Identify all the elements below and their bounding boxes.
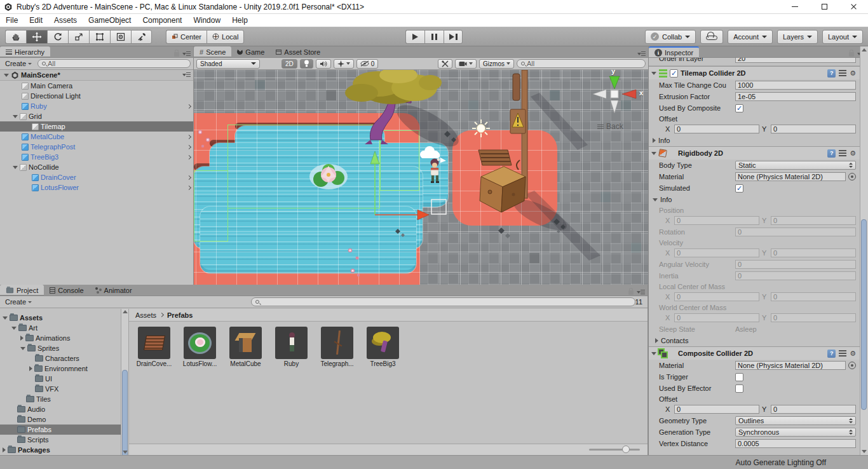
cc-offset-y-field[interactable]: 0 (771, 405, 856, 414)
tilemap-collider-header[interactable]: ✓ Tilemap Collider 2D ?⚙ (649, 66, 860, 79)
preset-icon[interactable] (839, 350, 846, 357)
component-enabled-checkbox[interactable]: ✓ (670, 69, 678, 78)
2d-toggle-button[interactable]: 2D (281, 59, 297, 69)
collab-button[interactable]: ✓Collab (645, 30, 696, 44)
body-type-dropdown[interactable]: Static (735, 161, 856, 170)
folder-scripts[interactable]: Scripts (0, 435, 121, 445)
account-button[interactable]: Account (728, 30, 773, 44)
scene-menu-icon[interactable] (182, 72, 191, 78)
gizmos-dropdown[interactable]: Gizmos (479, 59, 514, 69)
menu-file[interactable]: File (0, 14, 24, 27)
cc-material-field[interactable]: None (Physics Material 2D) (735, 361, 846, 370)
tab-inspector[interactable]: i Inspector (649, 46, 699, 57)
hierarchy-item-metalcube[interactable]: MetalCube (0, 132, 193, 142)
scene-header-row[interactable]: MainScene* (0, 70, 193, 81)
asset-treebig3[interactable]: TreeBig3 (367, 327, 399, 367)
scroll-up-icon[interactable] (862, 48, 867, 51)
folder-characters[interactable]: Characters (0, 353, 121, 364)
prefab-open-chevron[interactable] (187, 104, 191, 108)
folder-audio[interactable]: Audio (0, 404, 121, 414)
gear-icon[interactable]: ⚙ (850, 149, 856, 158)
hierarchy-search[interactable] (37, 59, 191, 68)
lighting-toggle-button[interactable] (300, 59, 313, 69)
asset-metalcube[interactable]: MetalCube (229, 327, 262, 367)
help-icon[interactable]: ? (827, 149, 836, 158)
offset-x-field[interactable]: 0 (674, 125, 759, 133)
foldout-closed-icon[interactable] (3, 447, 6, 452)
shading-mode-dropdown[interactable]: Shaded (196, 59, 260, 69)
foldout-open-icon[interactable] (13, 166, 18, 169)
tab-project[interactable]: Project (0, 285, 44, 296)
maximize-button[interactable] (810, 0, 839, 13)
play-button[interactable] (405, 30, 424, 44)
transform-tool-button[interactable] (110, 30, 131, 44)
axis-orientation-gizmo[interactable] (593, 76, 636, 113)
move-tool-button[interactable] (26, 30, 47, 44)
pane-menu-icon[interactable] (182, 51, 191, 57)
inspector-scrollbar[interactable] (860, 46, 868, 455)
foldout-open-icon[interactable] (4, 74, 9, 77)
used-by-composite-checkbox[interactable]: ✓ (735, 104, 743, 112)
hierarchy-item-ruby[interactable]: Ruby (0, 101, 193, 111)
folder-prefabs[interactable]: Prefabs (0, 425, 121, 435)
asset-telegraphpost[interactable]: Telegraph... (321, 327, 353, 367)
menu-assets[interactable]: Assets (48, 14, 83, 27)
lock-icon[interactable] (628, 290, 634, 295)
scrollbar-thumb[interactable] (861, 219, 867, 410)
cloud-button[interactable] (700, 30, 723, 44)
tab-asset-store[interactable]: Asset Store (270, 46, 326, 57)
scroll-down-icon[interactable] (123, 451, 128, 454)
simulated-checkbox[interactable]: ✓ (735, 184, 743, 193)
scale-tool-button[interactable] (68, 30, 89, 44)
is-trigger-checkbox[interactable] (735, 373, 743, 381)
layers-button[interactable]: Layers (777, 30, 818, 44)
prefab-open-chevron[interactable] (187, 185, 191, 189)
foldout-open-icon[interactable] (3, 316, 8, 320)
menu-component[interactable]: Component (137, 14, 187, 27)
auto-generate-lighting-button[interactable]: Auto Generate Lighting Off (735, 458, 826, 467)
layout-button[interactable]: Layout (822, 30, 863, 44)
hierarchy-item-directional-light[interactable]: Directional Light (0, 91, 193, 101)
generation-type-dropdown[interactable]: Synchronous (735, 428, 856, 437)
extrusion-factor-field[interactable]: 1e-05 (735, 92, 856, 101)
scene-visibility-button[interactable]: 0 (356, 59, 379, 69)
lock-icon[interactable] (174, 52, 179, 57)
foldout-open-icon[interactable] (651, 352, 656, 355)
folder-animations[interactable]: Animations (0, 333, 121, 343)
slider-knob[interactable] (622, 445, 630, 453)
folder-sprites[interactable]: Sprites (0, 343, 121, 353)
gear-icon[interactable]: ⚙ (850, 350, 856, 358)
geometry-type-dropdown[interactable]: Outlines (735, 416, 856, 425)
pane-menu-icon[interactable] (637, 290, 645, 296)
hierarchy-item-grid[interactable]: Grid (0, 111, 193, 121)
rigidbody-header[interactable]: Rigidbody 2D ?⚙ (649, 146, 860, 160)
hierarchy-item-lotusflower[interactable]: LotusFlower (0, 182, 193, 193)
foldout-open-icon[interactable] (13, 115, 18, 118)
project-search-input[interactable] (261, 298, 631, 306)
minimize-button[interactable] (780, 0, 810, 13)
folder-assets[interactable]: Assets (0, 313, 121, 323)
contacts-foldout[interactable]: Contacts (649, 335, 860, 346)
pause-button[interactable] (424, 30, 444, 44)
custom-tool-button[interactable] (131, 30, 152, 44)
foldout-open-icon[interactable] (651, 72, 656, 75)
help-icon[interactable]: ? (827, 69, 836, 78)
menu-help[interactable]: Help (226, 14, 254, 27)
breadcrumb-current[interactable]: Prefabs (167, 311, 193, 319)
folder-art[interactable]: Art (0, 323, 121, 333)
sun-gizmo-icon[interactable] (472, 119, 490, 137)
hierarchy-item-draincover[interactable]: DrainCover (0, 172, 193, 182)
folder-tiles[interactable]: Tiles (0, 394, 121, 404)
foldout-open-icon[interactable] (20, 347, 25, 350)
foldout-open-icon[interactable] (11, 327, 17, 330)
prefab-open-chevron[interactable] (187, 175, 191, 179)
tab-animator[interactable]: Animator (90, 285, 138, 296)
hierarchy-item-telegraphpost[interactable]: TelegraphPost (0, 142, 193, 152)
rigidbody-info-foldout[interactable]: Info (649, 194, 860, 205)
hierarchy-item-main-camera[interactable]: Main Camera (0, 81, 193, 91)
folder-ui[interactable]: UI (0, 374, 121, 384)
rotate-tool-button[interactable] (47, 30, 68, 44)
menu-gameobject[interactable]: GameObject (83, 14, 137, 27)
effects-dropdown-button[interactable] (334, 59, 354, 69)
project-search[interactable] (251, 297, 635, 306)
